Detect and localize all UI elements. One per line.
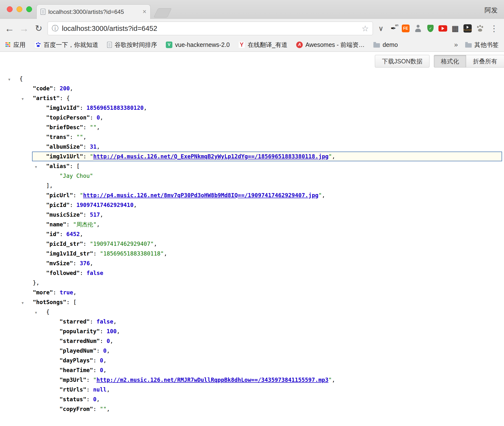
paw-shape [35,42,40,47]
forward-button[interactable] [18,24,30,33]
collapse-arrow-icon[interactable] [22,297,24,308]
profile-name[interactable]: 阿发 [485,6,498,15]
bookmark-item-youdao[interactable]: Y 在线翻译_有道 [238,41,287,49]
json-line[interactable]: "picId": 19097417462929410, [0,200,504,210]
new-tab-button[interactable] [154,8,172,17]
json-line[interactable]: { [0,74,504,84]
youtube-icon[interactable] [438,24,447,33]
bookmark-item-vue-hackernews[interactable]: V vue-hackernews-2.0 [166,41,230,48]
json-key: "trans" [46,134,70,140]
json-line[interactable]: "mp3Url": "http://m2.music.126.net/RMJR7… [0,375,504,385]
json-line[interactable]: "albumSize": 31, [0,142,504,152]
json-key: "more" [33,289,53,296]
minimize-window-button[interactable] [17,6,22,12]
json-line[interactable]: "code": 200, [0,84,504,93]
json-line[interactable]: "more": true, [0,288,504,297]
json-line[interactable]: "artist": { [0,93,504,103]
json-value: false [96,318,113,325]
collapse-arrow-icon[interactable] [8,74,10,84]
player-icon[interactable]: PLAYER [463,24,472,33]
collapse-arrow-icon[interactable] [35,161,37,172]
json-line[interactable]: "id": 6452, [0,229,504,239]
url-text[interactable]: localhost:3000/artists?id=6452 [62,25,157,33]
json-url-link[interactable]: http://p4.music.126.net/8mv7qP30Pd3oHW8b… [83,192,318,198]
json-url-link[interactable]: http://m2.music.126.net/RMJR7wDullRqppBk… [96,377,328,383]
json-line[interactable]: "copyFrom": "", [0,404,504,414]
person-icon[interactable] [413,24,423,33]
json-value: 517 [90,212,100,218]
bookmark-label: 应用 [13,41,25,49]
vimium-icon[interactable]: ∨ [376,24,386,33]
json-line[interactable]: "status": 0, [0,394,504,404]
json-value: : [80,105,86,111]
format-button[interactable]: 格式化 [434,55,466,68]
json-line[interactable]: "musicSize": 517, [0,210,504,220]
json-line[interactable]: "picUrl": "http://p4.music.126.net/8mv7q… [0,190,504,200]
json-value: 18569651883380120 [86,105,143,111]
bookmark-item-awesomes[interactable]: A Awesomes - 前端资… [296,41,365,49]
json-url-link[interactable]: http://p4.music.126.net/Q_ExePNkmqB2yWyL… [93,153,328,160]
json-value: 0 [103,348,107,354]
download-json-button[interactable]: 下载JSON数据 [375,55,429,68]
json-value: : [96,348,103,354]
paw-icon[interactable] [475,24,485,33]
fullscreen-window-button[interactable] [26,6,32,12]
json-line[interactable]: "alias": [ [0,161,504,171]
json-line[interactable]: "topicPerson": 0, [0,113,504,122]
json-line[interactable]: ], [0,181,504,190]
url-bar[interactable]: localhost:3000/artists?id=6452 [48,22,373,35]
json-line[interactable]: "popularity": 100, [0,326,504,336]
tab-close-icon[interactable]: × [143,9,146,15]
json-value: { [19,76,23,82]
browser-toolbar: localhost:3000/artists?id=6452 ∨ en FE P… [0,19,504,38]
tab-strip: localhost:3000/artists?id=645 × 阿发 [0,0,504,19]
json-line[interactable]: { [0,307,504,317]
json-value: : [83,124,90,130]
bookmark-item-apps[interactable]: 应用 [5,41,25,49]
json-line[interactable]: "img1v1Id_str": "18569651883380118", [0,249,504,258]
json-line[interactable]: "name": "周杰伦", [0,220,504,229]
bookmark-item-demo[interactable]: demo [373,41,398,48]
json-line[interactable]: "hotSongs": [ [0,297,504,307]
collapse-all-button[interactable]: 折叠所有 [466,55,504,68]
json-key: "mp3Url" [59,377,86,383]
site-info-icon[interactable] [52,24,59,33]
json-line[interactable]: "hearTime": 0, [0,365,504,375]
json-value: }, [33,280,40,286]
bookmark-item-baidu[interactable]: 百度一下，你就知道 [34,41,98,49]
youdao-icon: Y [238,42,245,48]
json-line[interactable]: "rtUrls": null, [0,385,504,394]
json-value: : [83,144,90,150]
json-line[interactable]: "briefDesc": "", [0,122,504,132]
json-line[interactable]: "starred": false, [0,317,504,326]
reload-button[interactable] [33,24,44,33]
collapse-arrow-icon[interactable] [22,93,24,104]
json-value: "" [76,134,83,140]
json-line[interactable]: "img1v1Id": 18569651883380120, [0,103,504,113]
json-line[interactable]: "followed": false [0,268,504,278]
json-line-highlighted[interactable]: "img1v1Url": "http://p4.music.126.net/Q_… [32,152,502,161]
json-line[interactable]: "starredNum": 0, [0,336,504,346]
fe-extension-icon[interactable]: FE [401,24,410,33]
other-bookmarks-folder[interactable]: 其他书签 [465,41,499,49]
back-button[interactable] [4,24,15,33]
json-line[interactable]: "trans": "", [0,132,504,142]
bookmarks-overflow-icon[interactable]: » [454,41,458,49]
bookmark-item-google-sort[interactable]: 谷歌按时间排序 [107,41,157,49]
translate-pen-icon[interactable]: en [389,24,398,33]
json-line[interactable]: "Jay Chou" [0,171,504,181]
json-line[interactable]: }, [0,278,504,288]
collapse-arrow-icon[interactable] [35,307,37,317]
close-window-button[interactable] [7,6,13,12]
json-key: "img1v1Id" [46,105,80,111]
qrcode-icon[interactable] [451,24,460,33]
json-line[interactable]: "picId_str": "19097417462929407", [0,239,504,249]
browser-menu-icon[interactable] [488,24,500,33]
browser-tab[interactable]: localhost:3000/artists?id=645 × [36,4,151,19]
string-quote: " [90,153,93,160]
json-line[interactable]: "playedNum": 0, [0,346,504,356]
json-line[interactable]: "dayPlays": 0, [0,356,504,365]
shield-icon[interactable] [426,24,435,33]
bookmark-star-icon[interactable] [361,24,369,33]
json-line[interactable]: "mvSize": 376, [0,258,504,268]
